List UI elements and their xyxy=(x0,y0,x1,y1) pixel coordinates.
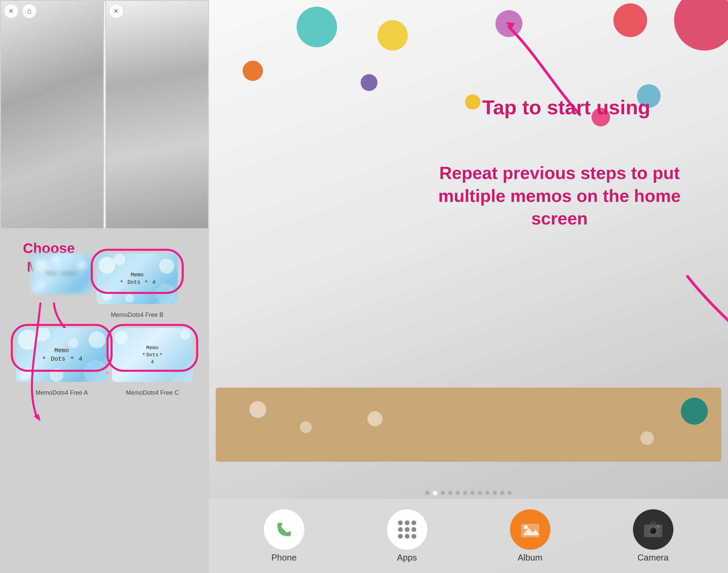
wallpaper-dot-red xyxy=(613,3,647,37)
page-dot-3 xyxy=(448,491,452,495)
wallpaper-dot-orange xyxy=(243,61,263,81)
wallpaper-dot-teal xyxy=(297,7,337,47)
wallpaper-dot-pink xyxy=(674,0,728,51)
widget-a-label: MemoDots4 Free A xyxy=(35,389,88,396)
widget-thumb-b: Memo＊ Dots ＊ 4 xyxy=(97,253,178,304)
page-dot-6 xyxy=(471,491,475,495)
dock-item-phone[interactable]: Phone xyxy=(264,509,304,563)
dock-item-camera[interactable]: Camera xyxy=(633,509,673,563)
widget-b-label: MemoDots4 Free B xyxy=(111,311,163,319)
svg-marker-1 xyxy=(34,414,40,421)
wallpaper-dot-yellow2 xyxy=(465,94,480,110)
page-dot-0 xyxy=(425,491,429,495)
page-dot-9 xyxy=(493,491,497,495)
wallpaper-dot-purple xyxy=(495,10,522,37)
page-dot-1 xyxy=(433,491,437,495)
dock-bar: Phone Apps xyxy=(209,499,728,573)
dock-item-album[interactable]: Album xyxy=(510,509,550,563)
wallpaper-dot-pink2 xyxy=(592,108,610,126)
phone-label: Phone xyxy=(271,552,297,563)
widget-blurred-item[interactable]: Memo widget xyxy=(31,253,92,319)
apps-label: Apps xyxy=(397,552,417,563)
tan-widget-dots xyxy=(216,388,721,462)
page-dot-4 xyxy=(456,491,460,495)
widget-c-item[interactable]: Memo＊Dots＊4 MemoDots4 Free C xyxy=(112,328,193,396)
wallpaper-thumb-2[interactable]: × xyxy=(106,1,208,228)
widget-c-label: MemoDots4 Free C xyxy=(126,389,179,396)
album-icon xyxy=(510,509,550,550)
page-dot-7 xyxy=(478,491,482,495)
widget-b-item[interactable]: Memo＊ Dots ＊ 4 MemoDots4 Free B xyxy=(97,253,178,319)
svg-point-11 xyxy=(651,529,653,531)
widget-thumb-blurred: Memo widget xyxy=(31,253,92,294)
widget-a-item[interactable]: Memo＊ Dots ＊ 4 MemoDots4 Free A xyxy=(16,328,107,396)
tan-widget xyxy=(216,388,721,462)
camera-label: Camera xyxy=(637,552,668,563)
widget-thumb-c: Memo＊Dots＊4 xyxy=(112,328,193,382)
svg-point-6 xyxy=(524,525,528,529)
album-label: Album xyxy=(518,552,543,563)
wallpaper-dot-yellow xyxy=(377,20,408,51)
page-dot-11 xyxy=(508,491,512,495)
widget-thumb-a: Memo＊ Dots ＊ 4 xyxy=(16,328,107,382)
dock-item-apps[interactable]: Apps xyxy=(387,509,427,563)
home-button[interactable]: ⌂ xyxy=(22,4,37,19)
page-dot-8 xyxy=(485,491,489,495)
camera-icon xyxy=(633,509,673,550)
right-panel: Tap to start using Repeat previous steps… xyxy=(209,0,728,573)
page-indicators xyxy=(209,491,728,495)
page-dot-10 xyxy=(500,491,504,495)
close-button-left[interactable]: × xyxy=(4,4,19,19)
wallpaper-dot-lightblue xyxy=(637,84,661,108)
page-dot-5 xyxy=(463,491,467,495)
wallpaper-thumb-1[interactable]: × ⌂ xyxy=(1,1,103,228)
left-panel: × ⌂ × Choose MEMO xyxy=(0,0,209,573)
wallpaper-dot-violet xyxy=(361,74,377,91)
home-wallpaper xyxy=(209,0,728,573)
page-dot-2 xyxy=(441,491,445,495)
apps-icon xyxy=(387,509,427,550)
svg-point-12 xyxy=(657,525,659,527)
close-button-right[interactable]: × xyxy=(109,4,124,19)
phone-icon xyxy=(264,509,304,550)
